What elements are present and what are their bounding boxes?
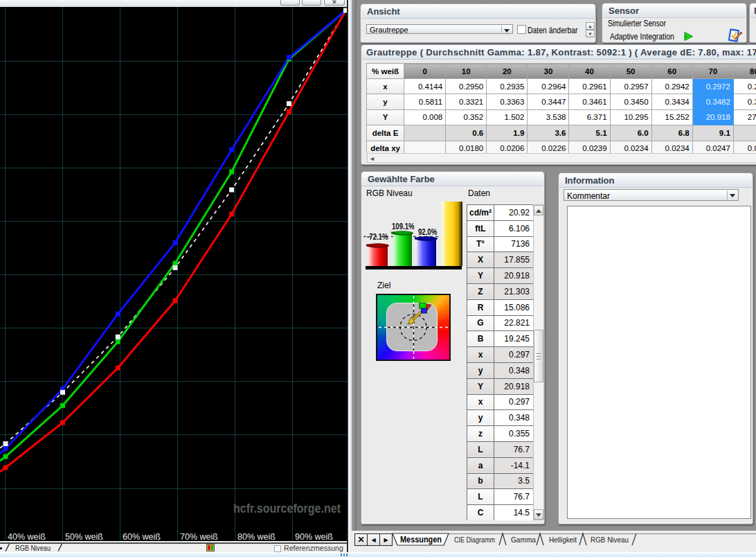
svg-text:Messungen: Messungen <box>400 535 442 545</box>
svg-text:80% weiß: 80% weiß <box>237 532 276 542</box>
svg-text:40% weiß: 40% weiß <box>8 532 46 542</box>
svg-text:CIE Diagramm: CIE Diagramm <box>454 536 495 544</box>
svg-text:RGB Niveau: RGB Niveau <box>591 536 629 544</box>
svg-text:hcfr.sourceforge.net: hcfr.sourceforge.net <box>233 501 341 515</box>
svg-text:60% weiß: 60% weiß <box>123 532 161 542</box>
svg-text:Gamma: Gamma <box>511 536 537 544</box>
svg-text:RGB Niveau: RGB Niveau <box>15 544 51 552</box>
svg-text:Helligkeit: Helligkeit <box>549 536 577 544</box>
svg-text:90% weiß: 90% weiß <box>295 532 333 542</box>
svg-text:50% weiß: 50% weiß <box>65 532 103 542</box>
svg-text:70% weiß: 70% weiß <box>180 532 218 542</box>
